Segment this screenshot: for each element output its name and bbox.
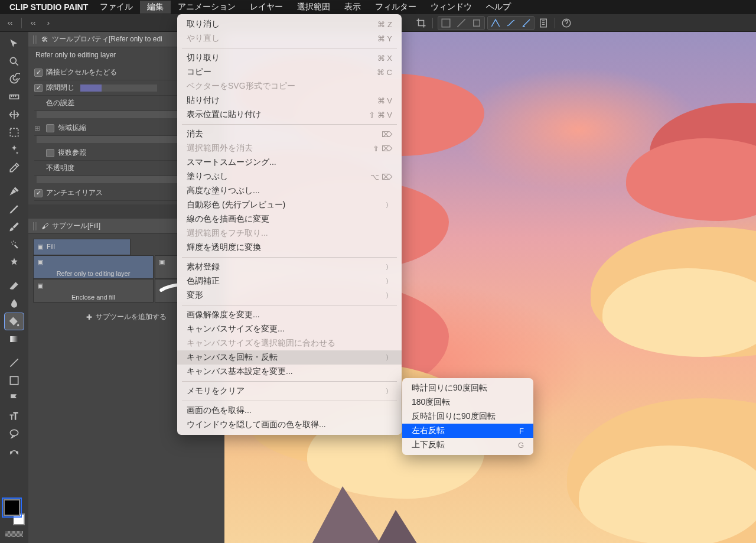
menu-paste[interactable]: 貼り付け⌘ V — [177, 93, 402, 108]
expand-icon[interactable]: ⊞ — [34, 124, 40, 132]
menu-canvas-props[interactable]: キャンバス基本設定を変更... — [177, 365, 402, 379]
ruler-special-icon[interactable] — [519, 17, 533, 29]
snap-group — [438, 16, 485, 30]
menu-edit[interactable]: 編集 — [140, 1, 171, 14]
submenu-flipv[interactable]: 上下反転G — [402, 438, 533, 452]
notebook-icon[interactable] — [537, 17, 550, 30]
menu-view[interactable]: 表示 — [337, 1, 368, 14]
menu-animation[interactable]: アニメーション — [171, 1, 243, 14]
menu-filter[interactable]: フィルター — [368, 1, 423, 14]
menu-cut[interactable]: 切り取り⌘ X — [177, 51, 402, 65]
chevron-right-icon[interactable]: › — [42, 17, 55, 30]
menu-window[interactable]: ウィンドウ — [423, 1, 479, 14]
subtool-refer-editing[interactable]: ▣ Refer only to editing layer — [33, 255, 154, 279]
prop-label: 隣接ピクセルをたどる — [46, 67, 117, 77]
menu-tonal[interactable]: 色調補正〉 — [177, 274, 402, 288]
checkbox-icon[interactable] — [46, 149, 54, 157]
menu-paste-in-place[interactable]: 表示位置に貼り付け⇧ ⌘ V — [177, 108, 402, 122]
menu-file[interactable]: ファイル — [93, 1, 140, 14]
tool-fill[interactable] — [5, 313, 24, 330]
menu-layer[interactable]: レイヤー — [243, 1, 290, 14]
bucket-icon: ▣ — [37, 282, 43, 290]
prop-label: 色の誤差 — [46, 98, 74, 108]
tool-decoration[interactable] — [5, 254, 24, 271]
transparent-color[interactable] — [5, 531, 23, 537]
tool-brush[interactable] — [5, 219, 24, 235]
subtool-enclose[interactable]: ▣ Enclose and fill — [33, 279, 154, 303]
snap-rect-icon[interactable] — [470, 17, 484, 29]
menu-smart-smoothing[interactable]: スマートスムージング... — [177, 155, 402, 170]
snap-grid-icon[interactable] — [439, 17, 453, 29]
menu-outline-selection[interactable]: 選択範囲をフチ取り... — [177, 226, 402, 240]
menu-auto-color[interactable]: 自動彩色 (先行プレビュー)〉 — [177, 198, 402, 212]
menu-change-canvas-size[interactable]: キャンバスサイズを変更... — [177, 322, 402, 336]
svg-point-10 — [15, 242, 16, 243]
menu-undo[interactable]: 取り消し⌘ Z — [177, 17, 402, 31]
color-swatch[interactable] — [4, 499, 25, 525]
collapse-right-icon[interactable]: ‹‹ — [27, 17, 40, 30]
tool-balloon[interactable] — [5, 425, 24, 442]
menu-fit-canvas[interactable]: キャンバスサイズを選択範囲に合わせる — [177, 336, 402, 350]
checkbox-icon[interactable] — [34, 189, 43, 197]
ruler-perspective-icon[interactable] — [488, 17, 503, 29]
tool-pencil[interactable] — [5, 201, 24, 217]
tool-flag[interactable] — [5, 390, 24, 407]
menu-redo[interactable]: やり直し⌘ Y — [177, 31, 402, 45]
menu-selection[interactable]: 選択範囲 — [290, 1, 337, 14]
submenu-ccw90[interactable]: 反時計回りに90度回転 — [402, 409, 533, 424]
ruler-curve-icon[interactable] — [504, 17, 518, 29]
tool-spiral[interactable] — [5, 71, 24, 87]
tool-eyedropper[interactable] — [5, 160, 24, 176]
rock-shape — [295, 486, 449, 543]
menu-clear-memory[interactable]: メモリをクリア〉 — [177, 384, 402, 398]
checkbox-icon[interactable] — [46, 124, 54, 132]
submenu-fliph[interactable]: 左右反転F — [402, 424, 533, 438]
checkbox-icon[interactable] — [34, 69, 43, 77]
tool-frame[interactable] — [5, 372, 24, 389]
menu-copy[interactable]: コピー⌘ C — [177, 65, 402, 79]
tool-blend[interactable] — [5, 295, 24, 312]
tool-zoom[interactable] — [5, 53, 24, 70]
tool-wand[interactable] — [5, 142, 24, 158]
chevron-right-icon: 〉 — [386, 277, 392, 286]
checkbox-icon[interactable] — [34, 84, 43, 92]
tool-operation[interactable] — [5, 35, 24, 52]
tool-line[interactable] — [5, 355, 24, 371]
menu-transform[interactable]: 変形〉 — [177, 288, 402, 303]
main-color[interactable] — [4, 499, 20, 516]
menu-change-resolution[interactable]: 画像解像度を変更... — [177, 308, 402, 322]
menu-bright-to-alpha[interactable]: 輝度を透明度に変換 — [177, 240, 402, 255]
menu-register-material[interactable]: 素材登録〉 — [177, 260, 402, 274]
svg-rect-1 — [474, 19, 480, 26]
tool-correct-line[interactable] — [5, 443, 24, 460]
app-name[interactable]: CLIP STUDIO PAINT — [9, 2, 88, 12]
tool-move[interactable] — [5, 106, 24, 123]
close-gap-slider[interactable] — [80, 84, 157, 92]
menu-line-to-draw[interactable]: 線の色を描画色に変更 — [177, 212, 402, 226]
tool-ruler[interactable] — [5, 89, 24, 105]
tool-text[interactable] — [5, 408, 24, 424]
menu-pick-color[interactable]: 画面の色を取得... — [177, 404, 402, 418]
svg-point-8 — [13, 240, 14, 242]
menu-copy-vector[interactable]: ベクターをSVG形式でコピー — [177, 79, 402, 93]
menu-pick-hidden[interactable]: ウインドウを隠して画面の色を取得... — [177, 418, 402, 432]
menu-advanced-fill[interactable]: 高度な塗りつぶし... — [177, 184, 402, 198]
grip-icon — [33, 35, 38, 44]
menu-help[interactable]: ヘルプ — [479, 1, 518, 14]
submenu-cw90[interactable]: 時計回りに90度回転 — [402, 381, 533, 395]
tool-gradient[interactable] — [5, 331, 24, 347]
menu-clear-outside[interactable]: 選択範囲外を消去⇧ ⌦ — [177, 141, 402, 155]
menu-clear[interactable]: 消去⌦ — [177, 127, 402, 141]
snap-diag-icon[interactable] — [454, 17, 468, 29]
tool-eraser[interactable] — [5, 278, 24, 294]
menu-fill[interactable]: 塗りつぶし⌥ ⌦ — [177, 170, 402, 184]
submenu-180[interactable]: 180度回転 — [402, 395, 533, 409]
subtool-fill[interactable]: ▣ Fill — [33, 239, 131, 255]
collapse-left-icon[interactable]: ‹‹ — [4, 17, 17, 30]
tool-airbrush[interactable] — [5, 236, 24, 253]
tool-pen[interactable] — [5, 183, 24, 200]
tool-marquee[interactable] — [5, 124, 24, 141]
help-icon[interactable] — [560, 17, 573, 30]
crop-icon[interactable] — [415, 17, 428, 30]
menu-rotate-flip[interactable]: キャンバスを回転・反転〉 — [177, 350, 402, 365]
